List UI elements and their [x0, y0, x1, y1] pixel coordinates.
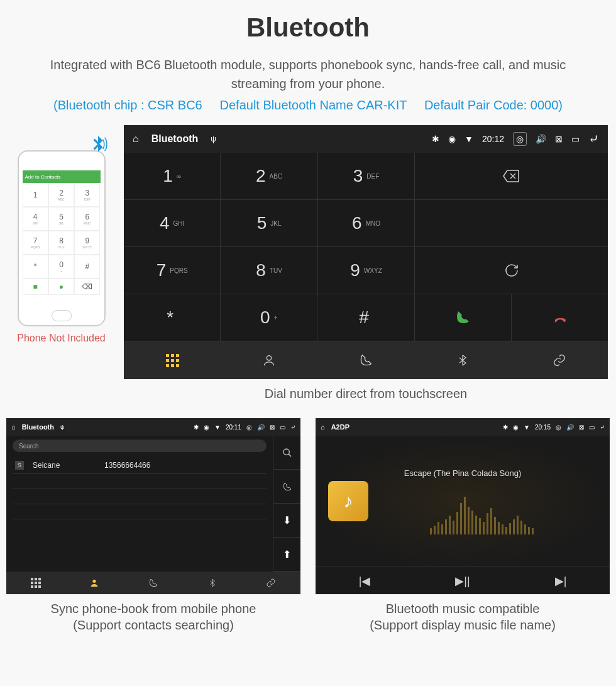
usb-icon: ψ: [211, 135, 216, 143]
key-*[interactable]: *: [124, 294, 221, 341]
contacts-tab[interactable]: [221, 341, 317, 379]
track-title: Escape (The Pina Colada Song): [404, 468, 521, 478]
location-icon: ◉: [448, 134, 456, 144]
key-1[interactable]: 1∞: [124, 153, 221, 199]
svg-point-0: [267, 356, 271, 360]
subtitle: Integrated with BC6 Bluetooth module, su…: [6, 55, 610, 93]
key-3[interactable]: 3DEF: [318, 153, 415, 199]
key-0[interactable]: 0+: [221, 294, 317, 341]
pair-tab[interactable]: [414, 341, 511, 379]
key-2[interactable]: 2ABC: [221, 153, 317, 199]
phone-header: Add to Contacts: [23, 170, 101, 183]
history-tab[interactable]: [124, 572, 183, 594]
visualizer: [430, 490, 534, 534]
redial-button[interactable]: [415, 247, 608, 294]
home-icon[interactable]: ⌂: [11, 423, 16, 431]
link-tab[interactable]: [511, 341, 608, 379]
sync-up-button[interactable]: ⬆: [273, 538, 300, 572]
call-button[interactable]: [273, 470, 300, 504]
key-#[interactable]: #: [317, 294, 414, 341]
dialer-screen: ⌂ Bluetooth ψ ✱ ◉ ▼ 20:12 ◎ 🔊 ⊠ ▭ ⤶: [124, 125, 608, 379]
dialer-caption: Dial number direct from touchscreen: [124, 385, 608, 402]
recents-icon[interactable]: ▭: [571, 134, 580, 144]
search-input[interactable]: Search: [13, 440, 267, 452]
bar-title: A2DP: [331, 423, 349, 431]
contacts-caption: Sync phone-book from mobile phone(Suppor…: [6, 600, 300, 633]
hangup-button[interactable]: [512, 294, 608, 341]
contact-row[interactable]: S Seicane 13566664466: [13, 457, 267, 474]
prev-button[interactable]: |◀: [316, 567, 414, 594]
key-6[interactable]: 6MNO: [318, 200, 415, 246]
pair-tab[interactable]: [183, 572, 242, 594]
phone-note: Phone Not Included: [6, 333, 116, 344]
keypad-tab[interactable]: [6, 572, 65, 594]
key-5[interactable]: 5JKL: [221, 200, 317, 246]
bar-title: Bluetooth: [151, 133, 199, 145]
home-icon[interactable]: ⌂: [321, 423, 325, 431]
phone-mockup: Add to Contacts 12ABC3DEF 4GHI5JKL6MNO 7…: [18, 150, 106, 326]
key-8[interactable]: 8TUV: [221, 247, 317, 294]
contacts-screen: ⌂ Bluetooth ψ ✱◉▼20:11◎🔊⊠▭⤶ Search S Sei…: [6, 418, 300, 594]
volume-icon[interactable]: 🔊: [536, 134, 546, 144]
search-button[interactable]: [273, 436, 300, 470]
clock: 20:12: [482, 134, 504, 144]
close-icon[interactable]: ⊠: [555, 134, 563, 144]
key-4[interactable]: 4GHI: [124, 200, 221, 246]
usb-icon: ψ: [60, 424, 64, 430]
music-caption: Bluetooth music compatible(Support displ…: [316, 600, 610, 633]
link-tab[interactable]: [241, 572, 300, 594]
bluetooth-info: (Bluetooth chip : CSR BC6 Default Blueto…: [6, 98, 610, 113]
history-tab[interactable]: [317, 341, 414, 379]
page-title: Bluetooth: [6, 13, 610, 43]
keypad-tab[interactable]: [124, 341, 221, 379]
play-pause-button[interactable]: ▶||: [414, 567, 512, 594]
sync-down-button[interactable]: ⬇: [273, 504, 300, 538]
bar-title: Bluetooth: [22, 423, 54, 431]
backspace-button[interactable]: [415, 153, 608, 199]
contacts-tab[interactable]: [65, 572, 124, 594]
bluetooth-icon: ✱: [432, 134, 439, 144]
camera-icon[interactable]: ◎: [513, 132, 527, 146]
svg-point-1: [283, 449, 289, 455]
next-button[interactable]: ▶|: [512, 567, 610, 594]
svg-point-2: [93, 580, 96, 583]
wifi-icon: ▼: [465, 134, 473, 144]
home-icon[interactable]: ⌂: [133, 133, 139, 145]
back-icon[interactable]: ⤶: [588, 131, 599, 147]
bluetooth-wave-icon: [87, 134, 109, 161]
key-7[interactable]: 7PQRS: [124, 247, 221, 294]
music-screen: ⌂ A2DP ✱◉▼20:15◎🔊⊠▭⤶ ♪ Escape (The Pina …: [316, 418, 610, 594]
call-button[interactable]: [415, 294, 512, 341]
key-9[interactable]: 9WXYZ: [318, 247, 415, 294]
music-album-icon: ♪: [328, 481, 368, 521]
